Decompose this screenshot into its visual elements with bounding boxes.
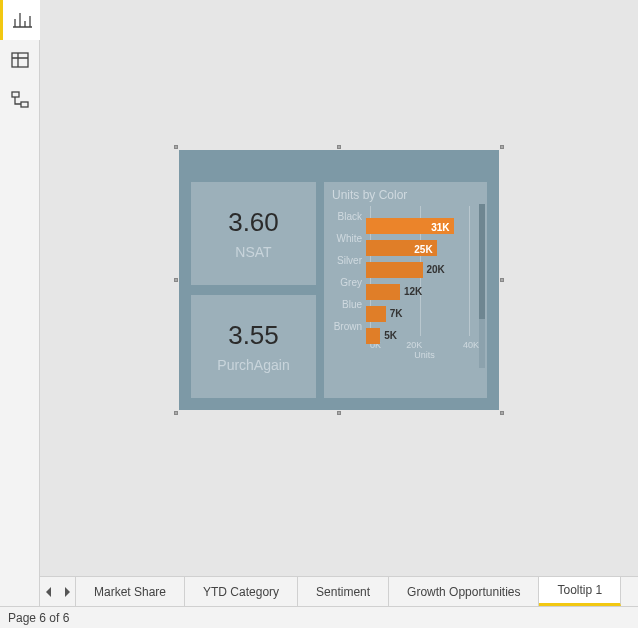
- card-label: PurchAgain: [217, 357, 289, 373]
- bar[interactable]: [366, 284, 400, 300]
- bar-category-label: White: [332, 233, 366, 244]
- status-bar: Page 6 of 6: [0, 606, 638, 628]
- chevron-left-icon: [46, 587, 52, 597]
- chart-x-axis: 0K20K40K: [332, 340, 479, 350]
- report-view-button[interactable]: [0, 0, 40, 40]
- chart-x-title: Units: [332, 350, 479, 360]
- bar-category-label: Brown: [332, 321, 366, 332]
- svg-rect-1: [12, 92, 19, 97]
- table-icon: [10, 50, 30, 70]
- bar-row[interactable]: Brown5K: [332, 316, 479, 336]
- bar-data-label: 31K: [431, 218, 449, 238]
- chart-scrollthumb[interactable]: [479, 204, 485, 319]
- svg-rect-0: [12, 53, 28, 67]
- bar-category-label: Grey: [332, 277, 366, 288]
- bar-row[interactable]: Black31K: [332, 206, 479, 226]
- chevron-right-icon: [64, 587, 70, 597]
- view-rail: [0, 0, 40, 628]
- tab-prev-button[interactable]: [40, 577, 58, 606]
- card-label: NSAT: [235, 244, 271, 260]
- tooltip-page[interactable]: 3.60 NSAT 3.55 PurchAgain Units by Color…: [179, 150, 499, 410]
- page-tab[interactable]: Sentiment: [298, 577, 389, 606]
- chart-bars: Black31KWhite25KSilver20KGrey12KBlue7KBr…: [332, 206, 479, 336]
- bar[interactable]: [366, 262, 423, 278]
- card-value: 3.55: [228, 320, 279, 351]
- x-tick: 40K: [443, 340, 479, 350]
- chart-title: Units by Color: [332, 188, 479, 202]
- bar-chart-icon: [12, 10, 32, 30]
- card-nsat[interactable]: 3.60 NSAT: [191, 182, 316, 285]
- x-tick: 20K: [406, 340, 442, 350]
- bar-category-label: Black: [332, 211, 366, 222]
- bar-category-label: Blue: [332, 299, 366, 310]
- page-indicator: Page 6 of 6: [8, 611, 69, 625]
- bar-data-label: 12K: [404, 282, 422, 302]
- card-value: 3.60: [228, 207, 279, 238]
- model-view-button[interactable]: [0, 80, 40, 120]
- chart-scrollbar[interactable]: [479, 204, 485, 368]
- bar-data-label: 7K: [390, 304, 403, 324]
- bar-data-label: 5K: [384, 326, 397, 346]
- tab-next-button[interactable]: [58, 577, 76, 606]
- bar-data-label: 25K: [414, 240, 432, 260]
- card-purchagain[interactable]: 3.55 PurchAgain: [191, 295, 316, 398]
- page-tab[interactable]: Tooltip 1: [539, 577, 621, 606]
- svg-rect-2: [21, 102, 28, 107]
- page-tab[interactable]: Market Share: [76, 577, 185, 606]
- bar-category-label: Silver: [332, 255, 366, 266]
- card-column: 3.60 NSAT 3.55 PurchAgain: [191, 182, 316, 398]
- page-tab[interactable]: Growth Opportunities: [389, 577, 539, 606]
- bar[interactable]: [366, 328, 380, 344]
- model-icon: [10, 90, 30, 110]
- data-view-button[interactable]: [0, 40, 40, 80]
- bar[interactable]: 25K: [366, 240, 437, 256]
- page-tabs: Market ShareYTD CategorySentimentGrowth …: [40, 576, 638, 606]
- report-canvas[interactable]: 3.60 NSAT 3.55 PurchAgain Units by Color…: [40, 0, 638, 576]
- bar[interactable]: [366, 306, 386, 322]
- bar-chart-visual[interactable]: Units by Color Black31KWhite25KSilver20K…: [324, 182, 487, 398]
- page-tab[interactable]: YTD Category: [185, 577, 298, 606]
- bar[interactable]: 31K: [366, 218, 454, 234]
- bar-data-label: 20K: [427, 260, 445, 280]
